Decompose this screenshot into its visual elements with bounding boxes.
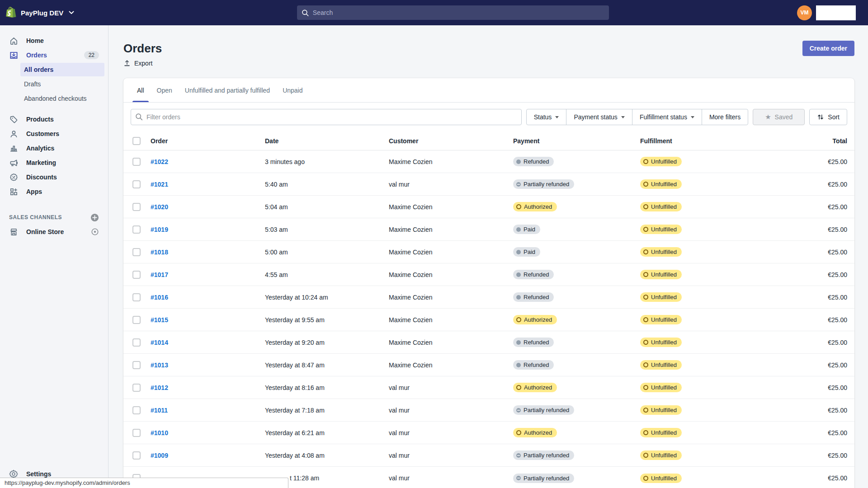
order-tabs: AllOpenUnfulfilled and partially fulfill… xyxy=(123,78,854,103)
sidebar-item-all-orders[interactable]: All orders xyxy=(20,63,104,76)
status-dot-icon xyxy=(516,160,521,164)
filter-orders-input[interactable] xyxy=(131,109,522,125)
sidebar-item-orders[interactable]: Orders 22 xyxy=(0,48,108,62)
table-row[interactable]: #1022 3 minutes ago Maxime Cozien Refund… xyxy=(123,150,854,173)
row-checkbox[interactable] xyxy=(132,293,141,301)
table-row[interactable]: #1012 Yesterday at 8:16 am val mur Autho… xyxy=(123,376,854,399)
row-checkbox[interactable] xyxy=(132,451,141,460)
orders-card: AllOpenUnfulfilled and partially fulfill… xyxy=(123,78,854,488)
status-dot-icon xyxy=(516,453,521,458)
sidebar-item-online-store[interactable]: Online Store xyxy=(0,224,108,239)
global-search[interactable] xyxy=(297,5,609,20)
avatar[interactable]: VM xyxy=(797,5,812,20)
select-all-checkbox[interactable] xyxy=(132,137,141,145)
export-icon xyxy=(123,60,131,67)
order-link[interactable]: #1020 xyxy=(151,203,168,211)
order-link[interactable]: #1018 xyxy=(151,249,168,256)
sidebar-item-drafts[interactable]: Drafts xyxy=(20,77,104,91)
sidebar-item-home[interactable]: Home xyxy=(0,33,108,48)
row-checkbox[interactable] xyxy=(132,406,141,414)
sidebar-item-apps[interactable]: Apps xyxy=(0,184,108,199)
status-dot-icon xyxy=(643,340,648,345)
filter-bar: StatusPayment statusFulfillment statusMo… xyxy=(123,103,854,131)
row-checkbox[interactable] xyxy=(132,180,141,188)
order-link[interactable]: #1016 xyxy=(151,294,168,301)
row-checkbox[interactable] xyxy=(132,203,141,211)
caret-down-icon xyxy=(691,116,694,118)
row-checkbox[interactable] xyxy=(132,429,141,437)
tab-open[interactable]: Open xyxy=(151,78,179,102)
fulfillment-status-badge: Unfulfilled xyxy=(640,202,682,211)
table-row[interactable]: #1019 5:03 am Maxime Cozien Paid Unfulfi… xyxy=(123,218,854,241)
table-row[interactable]: #1021 5:40 am val mur Partially refunded… xyxy=(123,173,854,196)
sidebar-item-discounts[interactable]: Discounts xyxy=(0,170,108,184)
order-link[interactable]: #1013 xyxy=(151,361,168,369)
plus-circle-icon xyxy=(90,213,99,222)
fulfillment-status-badge: Unfulfilled xyxy=(640,225,682,234)
topbar-user-menu[interactable] xyxy=(816,5,856,20)
sidebar-item-label: Settings xyxy=(26,470,51,478)
row-checkbox[interactable] xyxy=(132,225,141,234)
tab-unfulfilled-and-partially-fulfilled[interactable]: Unfulfilled and partially fulfilled xyxy=(179,78,276,102)
more-filters-button[interactable]: More filters xyxy=(702,109,748,125)
table-row[interactable]: #1015 Yesterday at 9:55 am Maxime Cozien… xyxy=(123,309,854,331)
table-row[interactable]: #1018 5:00 am Maxime Cozien Paid Unfulfi… xyxy=(123,241,854,263)
table-row[interactable]: #1010 Yesterday at 6:21 am val mur Autho… xyxy=(123,422,854,444)
order-link[interactable]: #1022 xyxy=(151,158,168,165)
table-row[interactable]: #1016 Yesterday at 10:24 am Maxime Cozie… xyxy=(123,286,854,309)
order-link[interactable]: #1021 xyxy=(151,181,168,188)
table-row[interactable]: #1009 Yesterday at 4:08 am val mur Parti… xyxy=(123,444,854,467)
saved-filters-button[interactable]: ★ Saved xyxy=(753,109,805,125)
table-row[interactable]: #1017 4:55 am Maxime Cozien Refunded Unf… xyxy=(123,263,854,286)
row-checkbox[interactable] xyxy=(132,316,141,324)
global-search-input[interactable] xyxy=(313,9,604,16)
table-row[interactable]: #1011 Yesterday at 7:18 am val mur Parti… xyxy=(123,399,854,422)
status-dot-icon xyxy=(643,453,648,458)
sidebar-item-marketing[interactable]: Marketing xyxy=(0,155,108,170)
order-link[interactable]: #1011 xyxy=(151,407,168,414)
status-button[interactable]: Status xyxy=(526,109,567,125)
order-link[interactable]: #1015 xyxy=(151,316,168,324)
view-store-eye-icon[interactable] xyxy=(91,228,99,236)
fulfillment-status-button[interactable]: Fulfillment status xyxy=(632,109,702,125)
store-switcher[interactable]: PayPlug DEV xyxy=(0,7,108,19)
order-date: 4:55 am xyxy=(265,271,389,278)
order-link[interactable]: #1019 xyxy=(151,226,168,233)
row-checkbox[interactable] xyxy=(132,361,141,369)
column-header-date: Date xyxy=(265,137,389,145)
row-checkbox[interactable] xyxy=(132,338,141,347)
tab-all[interactable]: All xyxy=(131,78,151,102)
order-link[interactable]: #1017 xyxy=(151,271,168,278)
order-customer: Maxime Cozien xyxy=(389,339,513,346)
payment-status-button[interactable]: Payment status xyxy=(566,109,632,125)
sort-button[interactable]: Sort xyxy=(809,109,847,125)
row-checkbox[interactable] xyxy=(132,248,141,256)
order-link[interactable]: #1010 xyxy=(151,429,168,436)
order-customer: val mur xyxy=(389,474,513,482)
order-total: €25.00 xyxy=(828,158,847,165)
order-total: €25.00 xyxy=(828,361,847,369)
export-button[interactable]: Export xyxy=(123,60,152,67)
sidebar-item-abandoned-checkouts[interactable]: Abandoned checkouts xyxy=(20,92,104,105)
sidebar-item-products[interactable]: Products xyxy=(0,112,108,127)
sidebar-item-analytics[interactable]: Analytics xyxy=(0,141,108,155)
order-link[interactable]: #1009 xyxy=(151,452,168,459)
add-channel-button[interactable] xyxy=(90,213,99,222)
row-checkbox[interactable] xyxy=(132,384,141,392)
table-row[interactable]: #1020 5:04 am Maxime Cozien Authorized U… xyxy=(123,196,854,218)
order-date: Yesterday at 9:20 am xyxy=(265,339,389,346)
shopify-logo-icon xyxy=(6,7,16,19)
row-checkbox[interactable] xyxy=(132,158,141,166)
order-link[interactable]: #1014 xyxy=(151,339,168,346)
sidebar-item-customers[interactable]: Customers xyxy=(0,127,108,141)
fulfillment-status-badge: Unfulfilled xyxy=(640,405,682,415)
order-link[interactable]: #1012 xyxy=(151,384,168,391)
order-date: 5:04 am xyxy=(265,203,389,211)
order-date: Yesterday at 4:08 am xyxy=(265,452,389,459)
filter-button-group: StatusPayment statusFulfillment statusMo… xyxy=(526,109,748,125)
table-row[interactable]: #1013 Yesterday at 8:47 am Maxime Cozien… xyxy=(123,354,854,376)
create-order-button[interactable]: Create order xyxy=(802,41,854,56)
tab-unpaid[interactable]: Unpaid xyxy=(276,78,309,102)
table-row[interactable]: #1014 Yesterday at 9:20 am Maxime Cozien… xyxy=(123,331,854,354)
row-checkbox[interactable] xyxy=(132,271,141,279)
